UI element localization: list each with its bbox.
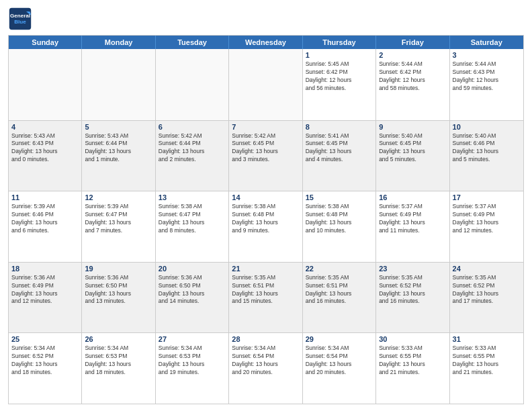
calendar-cell-8: 8Sunrise: 5:41 AM Sunset: 6:45 PM Daylig… — [303, 121, 376, 191]
day-number: 14 — [232, 193, 299, 201]
weekday-header-friday: Friday — [376, 36, 449, 49]
weekday-header-sunday: Sunday — [9, 36, 82, 49]
day-number: 26 — [85, 335, 152, 343]
weekday-header-saturday: Saturday — [450, 36, 523, 49]
calendar-cell-empty-0 — [9, 49, 82, 120]
day-info: Sunrise: 5:36 AM Sunset: 6:50 PM Dayligh… — [85, 274, 152, 306]
header: General Blue — [8, 7, 524, 31]
calendar-row-2: 4Sunrise: 5:43 AM Sunset: 6:43 PM Daylig… — [9, 120, 523, 191]
day-number: 28 — [232, 335, 299, 343]
day-info: Sunrise: 5:39 AM Sunset: 6:46 PM Dayligh… — [11, 203, 79, 235]
day-number: 21 — [232, 265, 299, 273]
calendar-cell-20: 20Sunrise: 5:36 AM Sunset: 6:50 PM Dayli… — [156, 263, 229, 333]
page: General Blue SundayMondayTuesdayWednesda… — [0, 0, 532, 411]
day-number: 10 — [453, 123, 521, 131]
calendar-cell-24: 24Sunrise: 5:35 AM Sunset: 6:52 PM Dayli… — [450, 263, 523, 333]
day-info: Sunrise: 5:37 AM Sunset: 6:49 PM Dayligh… — [379, 203, 446, 235]
day-number: 24 — [453, 265, 521, 273]
day-number: 30 — [379, 335, 446, 343]
day-number: 15 — [306, 193, 373, 201]
day-number: 7 — [232, 123, 299, 131]
day-info: Sunrise: 5:38 AM Sunset: 6:48 PM Dayligh… — [232, 203, 299, 235]
calendar-cell-19: 19Sunrise: 5:36 AM Sunset: 6:50 PM Dayli… — [82, 263, 155, 333]
calendar-row-4: 18Sunrise: 5:36 AM Sunset: 6:49 PM Dayli… — [9, 262, 523, 333]
logo-icon: General Blue — [8, 7, 32, 31]
day-info: Sunrise: 5:35 AM Sunset: 6:52 PM Dayligh… — [379, 274, 446, 306]
calendar-cell-12: 12Sunrise: 5:39 AM Sunset: 6:47 PM Dayli… — [82, 191, 155, 262]
day-info: Sunrise: 5:33 AM Sunset: 6:55 PM Dayligh… — [453, 345, 521, 377]
weekday-header-tuesday: Tuesday — [156, 36, 229, 49]
day-info: Sunrise: 5:36 AM Sunset: 6:49 PM Dayligh… — [11, 274, 79, 306]
calendar-cell-30: 30Sunrise: 5:33 AM Sunset: 6:55 PM Dayli… — [376, 333, 449, 404]
calendar-cell-22: 22Sunrise: 5:35 AM Sunset: 6:51 PM Dayli… — [303, 263, 376, 333]
day-number: 2 — [379, 51, 446, 59]
calendar-cell-11: 11Sunrise: 5:39 AM Sunset: 6:46 PM Dayli… — [9, 191, 82, 262]
calendar-cell-18: 18Sunrise: 5:36 AM Sunset: 6:49 PM Dayli… — [9, 263, 82, 333]
calendar-cell-13: 13Sunrise: 5:38 AM Sunset: 6:47 PM Dayli… — [156, 191, 229, 262]
day-number: 22 — [306, 265, 373, 273]
calendar-cell-31: 31Sunrise: 5:33 AM Sunset: 6:55 PM Dayli… — [450, 333, 523, 404]
svg-text:General: General — [10, 13, 30, 19]
calendar-cell-25: 25Sunrise: 5:34 AM Sunset: 6:52 PM Dayli… — [9, 333, 82, 404]
day-number: 19 — [85, 265, 152, 273]
day-number: 18 — [11, 265, 79, 273]
day-number: 17 — [453, 193, 521, 201]
day-info: Sunrise: 5:35 AM Sunset: 6:51 PM Dayligh… — [306, 274, 373, 306]
calendar-cell-28: 28Sunrise: 5:34 AM Sunset: 6:54 PM Dayli… — [229, 333, 302, 404]
day-info: Sunrise: 5:35 AM Sunset: 6:52 PM Dayligh… — [453, 274, 521, 306]
calendar-header: SundayMondayTuesdayWednesdayThursdayFrid… — [9, 36, 523, 49]
day-info: Sunrise: 5:41 AM Sunset: 6:45 PM Dayligh… — [306, 132, 373, 165]
day-info: Sunrise: 5:34 AM Sunset: 6:54 PM Dayligh… — [306, 345, 373, 377]
day-number: 25 — [11, 335, 79, 343]
calendar-cell-21: 21Sunrise: 5:35 AM Sunset: 6:51 PM Dayli… — [229, 263, 302, 333]
calendar-cell-27: 27Sunrise: 5:34 AM Sunset: 6:53 PM Dayli… — [156, 333, 229, 404]
day-number: 1 — [306, 51, 373, 59]
calendar-cell-9: 9Sunrise: 5:40 AM Sunset: 6:45 PM Daylig… — [376, 121, 449, 191]
calendar-cell-1: 1Sunrise: 5:45 AM Sunset: 6:42 PM Daylig… — [303, 49, 376, 120]
calendar-body: 1Sunrise: 5:45 AM Sunset: 6:42 PM Daylig… — [9, 49, 523, 404]
svg-text:Blue: Blue — [14, 19, 26, 25]
day-number: 27 — [159, 335, 226, 343]
day-info: Sunrise: 5:34 AM Sunset: 6:53 PM Dayligh… — [159, 345, 226, 377]
day-info: Sunrise: 5:40 AM Sunset: 6:46 PM Dayligh… — [453, 132, 521, 165]
weekday-header-wednesday: Wednesday — [229, 36, 302, 49]
day-number: 11 — [11, 193, 79, 201]
day-info: Sunrise: 5:40 AM Sunset: 6:45 PM Dayligh… — [379, 132, 446, 165]
day-info: Sunrise: 5:42 AM Sunset: 6:44 PM Dayligh… — [159, 132, 226, 165]
calendar-cell-2: 2Sunrise: 5:44 AM Sunset: 6:42 PM Daylig… — [376, 49, 449, 120]
calendar-row-5: 25Sunrise: 5:34 AM Sunset: 6:52 PM Dayli… — [9, 332, 523, 404]
calendar: SundayMondayTuesdayWednesdayThursdayFrid… — [8, 35, 524, 404]
calendar-cell-4: 4Sunrise: 5:43 AM Sunset: 6:43 PM Daylig… — [9, 121, 82, 191]
calendar-cell-23: 23Sunrise: 5:35 AM Sunset: 6:52 PM Dayli… — [376, 263, 449, 333]
calendar-cell-26: 26Sunrise: 5:34 AM Sunset: 6:53 PM Dayli… — [82, 333, 155, 404]
day-number: 6 — [159, 123, 226, 131]
day-number: 12 — [85, 193, 152, 201]
day-info: Sunrise: 5:38 AM Sunset: 6:47 PM Dayligh… — [159, 203, 226, 235]
day-info: Sunrise: 5:45 AM Sunset: 6:42 PM Dayligh… — [306, 60, 373, 93]
calendar-cell-14: 14Sunrise: 5:38 AM Sunset: 6:48 PM Dayli… — [229, 191, 302, 262]
day-info: Sunrise: 5:36 AM Sunset: 6:50 PM Dayligh… — [159, 274, 226, 306]
day-number: 9 — [379, 123, 446, 131]
calendar-cell-3: 3Sunrise: 5:44 AM Sunset: 6:43 PM Daylig… — [450, 49, 523, 120]
day-number: 5 — [85, 123, 152, 131]
calendar-cell-empty-2 — [156, 49, 229, 120]
calendar-cell-empty-1 — [82, 49, 155, 120]
weekday-header-thursday: Thursday — [303, 36, 376, 49]
weekday-header-monday: Monday — [82, 36, 155, 49]
day-number: 8 — [306, 123, 373, 131]
calendar-cell-29: 29Sunrise: 5:34 AM Sunset: 6:54 PM Dayli… — [303, 333, 376, 404]
logo: General Blue — [8, 7, 35, 31]
day-info: Sunrise: 5:42 AM Sunset: 6:45 PM Dayligh… — [232, 132, 299, 165]
day-number: 16 — [379, 193, 446, 201]
calendar-cell-16: 16Sunrise: 5:37 AM Sunset: 6:49 PM Dayli… — [376, 191, 449, 262]
calendar-cell-17: 17Sunrise: 5:37 AM Sunset: 6:49 PM Dayli… — [450, 191, 523, 262]
calendar-row-1: 1Sunrise: 5:45 AM Sunset: 6:42 PM Daylig… — [9, 49, 523, 120]
day-info: Sunrise: 5:35 AM Sunset: 6:51 PM Dayligh… — [232, 274, 299, 306]
day-info: Sunrise: 5:37 AM Sunset: 6:49 PM Dayligh… — [453, 203, 521, 235]
calendar-cell-15: 15Sunrise: 5:38 AM Sunset: 6:48 PM Dayli… — [303, 191, 376, 262]
calendar-cell-5: 5Sunrise: 5:43 AM Sunset: 6:44 PM Daylig… — [82, 121, 155, 191]
day-info: Sunrise: 5:34 AM Sunset: 6:52 PM Dayligh… — [11, 345, 79, 377]
day-number: 29 — [306, 335, 373, 343]
day-info: Sunrise: 5:43 AM Sunset: 6:43 PM Dayligh… — [11, 132, 79, 165]
day-info: Sunrise: 5:33 AM Sunset: 6:55 PM Dayligh… — [379, 345, 446, 377]
